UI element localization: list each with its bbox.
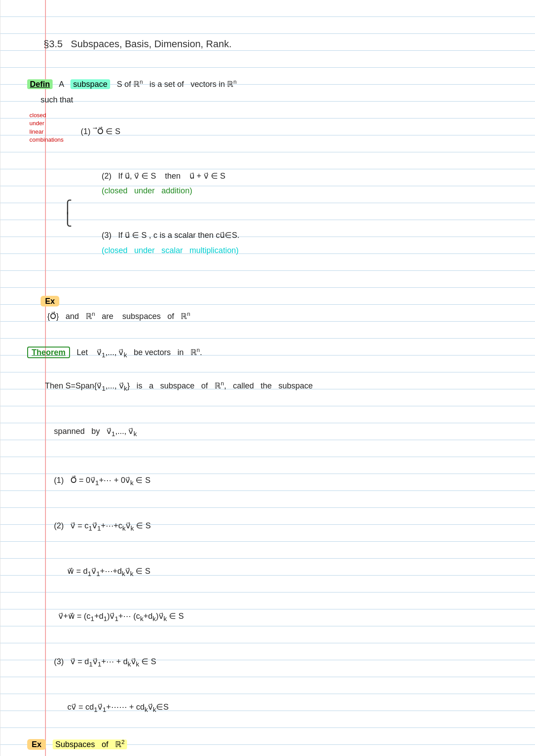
- condition-2: (2) If u⃗, v⃗ ∈ S then u⃗ + v⃗ ∈ S (clos…: [75, 154, 244, 213]
- page-title: §3.5 Subspaces, Basis, Dimension, Rank.: [27, 13, 508, 71]
- theorem-line1: Theorem Let v⃗1,..., v⃗k be vectors in ℝ…: [27, 345, 508, 361]
- theorem-line2: Then S=Span{v⃗1,..., v⃗k} is a subspace …: [27, 364, 508, 409]
- proof-2a: (2) v⃗ = c1v⃗1+⋯+ckv⃗k ∈ S: [41, 503, 508, 549]
- ex1: Ex {O⃗} and ℝn are subspaces of ℝn: [27, 279, 508, 339]
- condition-3: (3) If u⃗ ∈ S , c is a scalar then cu⃗∈S…: [75, 213, 244, 273]
- proof-2c: v⃗+w⃗ = (c1+d1)v⃗1+⋯ (ck+dk)v⃗k ∈ S: [41, 594, 508, 640]
- theorem-line3: spanned by v⃗1,..., v⃗k: [41, 409, 508, 454]
- defin-label: Defin: [27, 79, 53, 89]
- proof-1: (1) O⃗ = 0v⃗1+⋯ + 0v⃗k ∈ S: [41, 458, 508, 503]
- page: §3.5 Subspaces, Basis, Dimension, Rank. …: [0, 0, 535, 756]
- ex2-heading: Ex Subspaces of ℝ2: [27, 737, 508, 752]
- proof-3b: cv⃗ = cd1v⃗1+⋯⋯ + cdkv⃗k∈S: [54, 685, 508, 731]
- condition-1: (1) ⃗O⃗ ∈ S: [63, 108, 508, 154]
- subspace-label: subspace: [70, 79, 110, 89]
- proof-2b: w⃗ = d1v⃗1+⋯+dkv⃗k ∈ S: [54, 549, 508, 594]
- closed-under-annotation: closedunderlinearcombinations: [29, 111, 64, 144]
- such-that: such that: [41, 93, 508, 108]
- proof-3a: (3) v⃗ = d1v⃗1+⋯ + dkv⃗k ∈ S: [41, 640, 508, 685]
